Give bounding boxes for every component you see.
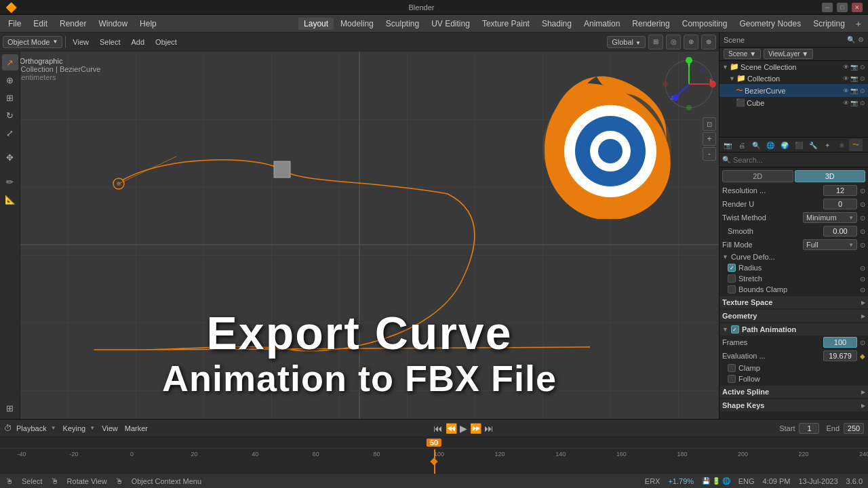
smooth-input[interactable]: 0.00 [823,226,857,237]
path-animation-section: ▼ ✓ Path Animation Frames 100 ⊙ [719,323,868,384]
view-menu[interactable]: View [68,37,93,47]
scale-tool-btn[interactable]: ⤢ [2,125,18,141]
end-input[interactable]: 250 [844,423,864,434]
menu-help[interactable]: Help [134,18,162,30]
props-scene-icon[interactable]: 🌐 [764,139,777,151]
props-view-icon[interactable]: 🔍 [749,139,763,151]
stretch-check[interactable] [728,274,736,283]
workspace-shading[interactable]: Shading [536,18,577,30]
timeline-track[interactable]: 50 -40 -20 0 20 40 60 80 100 [0,437,868,474]
svg-text:240: 240 [859,451,868,458]
props-modifier-icon[interactable]: 🔧 [806,139,820,151]
zoom-fit-btn[interactable]: ⊡ [703,117,716,131]
bezier-curve-item[interactable]: 〜 BezierCurve 👁 📷 ⊙ [719,84,868,97]
workspace-sculpting[interactable]: Sculpting [380,18,425,30]
rotate-tool-btn[interactable]: ↻ [2,107,18,123]
follow-check[interactable] [728,375,736,383]
menu-edit[interactable]: Edit [28,18,53,30]
transform-selector[interactable]: Global ▼ [607,36,646,48]
prev-frame-btn[interactable]: ⏪ [446,423,457,434]
workspace-rendering[interactable]: Rendering [627,18,675,30]
workspace-layout[interactable]: Layout [298,18,334,30]
active-spline-section[interactable]: Active Spline ▶ [719,386,868,398]
marker-menu[interactable]: Marker [125,424,148,432]
play-btn[interactable]: ▶ [460,423,467,434]
zoom-in-btn[interactable]: + [703,132,716,146]
viewport[interactable]: Object Mode ▼ View Select Add Object Glo… [0,33,719,419]
maximize-btn[interactable]: □ [837,3,848,12]
fill-mode-dropdown[interactable]: Full ▼ [803,239,857,250]
close-btn[interactable]: ✕ [852,3,863,12]
cursor-tool-btn[interactable]: ⊕ [2,72,18,88]
collection-item[interactable]: ▼ 📁 Collection 👁 📷 ⊙ [719,73,868,84]
object-menu[interactable]: Object [151,37,181,47]
transform-tool-btn[interactable]: ✥ [2,149,18,165]
menu-file[interactable]: File [3,18,26,30]
workspace-scripting[interactable]: Scripting [808,18,850,30]
skip-end-btn[interactable]: ⏭ [484,423,494,434]
props-search-input[interactable] [733,156,865,164]
workspace-animation[interactable]: Animation [578,18,625,30]
bounds-clamp-check[interactable] [728,285,736,293]
scene-collection-item[interactable]: ▼ 📁 Scene Collection 👁 📷 ⊙ [719,61,868,73]
geometry-section[interactable]: Geometry ▶ [719,310,868,322]
evaluation-label: Evaluation ... [722,352,821,360]
workspace-geometry-nodes[interactable]: Geometry Nodes [734,18,806,30]
add-cube-btn[interactable]: ⊞ [2,400,18,416]
filter-icon[interactable]: ⚙ [858,36,864,43]
viewlayer-selector[interactable]: ViewLayer ▼ [764,49,813,59]
props-particles-icon[interactable]: ✦ [821,139,834,151]
fill-mode-label: Fill Mode [722,241,800,249]
add-workspace-btn[interactable]: + [852,17,865,30]
props-render-icon[interactable]: 📷 [721,139,734,151]
path-anim-check[interactable]: ✓ [731,325,739,333]
lang-label: ENG [738,477,755,485]
gizmo-btn[interactable]: ⊕ [701,35,716,49]
texture-space-section[interactable]: Texture Space ▶ [719,296,868,308]
cube-item[interactable]: ⬛ Cube 👁 📷 ⊙ [719,97,868,108]
workspace-modeling[interactable]: Modeling [335,18,379,30]
workspace-compositing[interactable]: Compositing [677,18,733,30]
render-u-input[interactable]: 0 [823,199,857,209]
keying-menu[interactable]: Keying [63,424,86,432]
viewport-gizmo[interactable]: X Y Z [662,57,716,111]
radius-check[interactable]: ✓ [728,264,736,272]
minimize-btn[interactable]: ─ [822,3,833,12]
props-world-icon[interactable]: 🌍 [778,139,791,151]
move-tool-btn[interactable]: ⊞ [2,89,18,106]
clamp-check[interactable] [728,364,736,372]
blender-logo-art [532,70,682,219]
workspace-texture-paint[interactable]: Texture Paint [477,18,535,30]
props-constraints-icon[interactable]: 〜 [849,139,863,151]
select-menu[interactable]: Select [96,37,125,47]
props-object-icon[interactable]: ⬛ [792,139,806,151]
playback-menu[interactable]: Playback [16,424,47,432]
view-menu-tl[interactable]: View [102,424,118,432]
props-physics-icon[interactable]: ⚛ [835,139,848,151]
path-animation-header[interactable]: ▼ ✓ Path Animation [719,323,868,336]
select-tool-btn[interactable]: ↗ [2,54,18,70]
snap-btn[interactable]: ⊞ [648,35,663,49]
dim-3d-btn[interactable]: 3D [795,170,866,182]
menu-window[interactable]: Window [93,18,133,30]
props-output-icon[interactable]: 🖨 [735,139,749,151]
frames-input[interactable]: 100 [823,337,857,348]
proportional-btn[interactable]: ◎ [666,35,681,49]
overlay-btn[interactable]: ⊛ [684,35,698,49]
skip-start-btn[interactable]: ⏮ [433,423,443,434]
resolution-input[interactable]: 12 [823,185,857,196]
add-menu[interactable]: Add [127,37,149,47]
evaluation-input[interactable]: 19.679 [823,350,857,361]
next-frame-btn[interactable]: ⏩ [470,423,481,434]
annotate-tool-btn[interactable]: ✏ [2,174,18,190]
zoom-out-btn[interactable]: - [703,147,716,161]
mode-selector[interactable]: Object Mode ▼ [3,36,62,48]
start-input[interactable]: 1 [799,423,819,434]
shape-keys-section[interactable]: Shape Keys ▶ [719,399,868,411]
scene-selector[interactable]: Scene ▼ [724,49,761,59]
twist-method-dropdown[interactable]: Minimum ▼ [803,212,857,223]
workspace-uv-editing[interactable]: UV Editing [426,18,475,30]
dim-2d-btn[interactable]: 2D [722,170,793,182]
measure-tool-btn[interactable]: 📐 [2,191,18,207]
menu-render[interactable]: Render [54,18,92,30]
